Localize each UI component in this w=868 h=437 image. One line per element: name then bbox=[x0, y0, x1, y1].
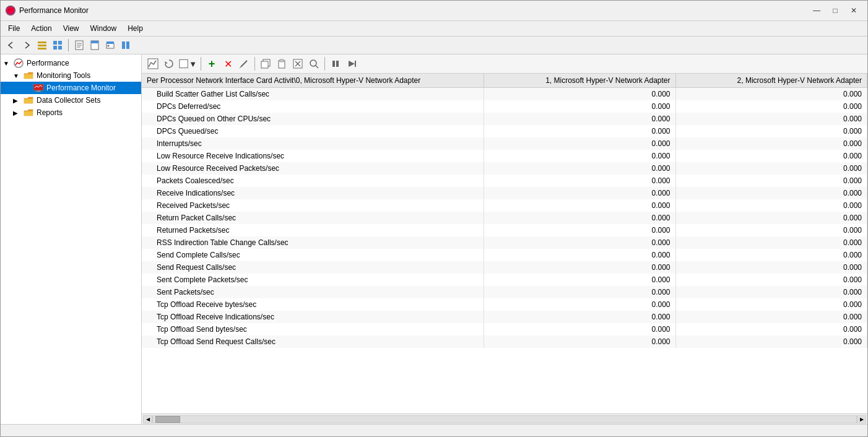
highlight-button[interactable] bbox=[237, 56, 251, 71]
column-header-2: 2, Microsoft Hyper-V Network Adapter bbox=[675, 74, 867, 88]
svg-marker-38 bbox=[349, 61, 355, 67]
properties-button[interactable] bbox=[103, 38, 117, 52]
maximize-button[interactable]: □ bbox=[827, 4, 844, 17]
scroll-right-arrow[interactable]: ▶ bbox=[857, 415, 866, 423]
col1-value: 0.000 bbox=[484, 113, 675, 125]
log-button[interactable] bbox=[88, 38, 102, 52]
copy-button[interactable] bbox=[258, 56, 273, 71]
remove-counter-button[interactable]: ✕ bbox=[220, 56, 235, 71]
back-button[interactable] bbox=[4, 38, 18, 52]
col1-value: 0.000 bbox=[484, 286, 675, 298]
table-row: Sent Complete Packets/sec 0.000 0.000 bbox=[142, 274, 867, 286]
svg-rect-4 bbox=[53, 41, 57, 45]
col1-value: 0.000 bbox=[484, 236, 675, 249]
sidebar-item-data-collector-sets[interactable]: ▶ Data Collector Sets bbox=[1, 94, 141, 106]
horizontal-scrollbar[interactable]: ◀ ▶ bbox=[142, 413, 867, 424]
arrow-monitoring-tools[interactable]: ▼ bbox=[13, 72, 23, 79]
show-tree-button[interactable] bbox=[35, 38, 49, 52]
col2-value: 0.000 bbox=[675, 100, 867, 113]
scrollbar-track[interactable] bbox=[152, 415, 857, 423]
col1-value: 0.000 bbox=[484, 187, 675, 199]
table-row: Tcp Offload Send Request Calls/sec 0.000… bbox=[142, 335, 867, 348]
run-button[interactable] bbox=[119, 38, 132, 52]
sidebar-item-label-data-collector: Data Collector Sets bbox=[37, 96, 100, 105]
counter-name: RSS Indirection Table Change Calls/sec bbox=[142, 236, 484, 249]
counter-name: DPCs Deferred/sec bbox=[142, 100, 484, 113]
table-row: Tcp Offload Receive Indications/sec 0.00… bbox=[142, 311, 867, 323]
title-bar: Performance Monitor — □ ✕ bbox=[1, 1, 867, 21]
sidebar-item-monitoring-tools[interactable]: ▼ Monitoring Tools bbox=[1, 69, 141, 82]
svg-line-35 bbox=[316, 66, 318, 68]
col1-value: 0.000 bbox=[484, 150, 675, 162]
arrow-reports[interactable]: ▶ bbox=[13, 110, 23, 116]
perf-sep-1 bbox=[201, 57, 201, 71]
report-button[interactable] bbox=[72, 38, 86, 52]
table-row: Received Packets/sec 0.000 0.000 bbox=[142, 199, 867, 212]
counter-name: Build Scatter Gather List Calls/sec bbox=[142, 88, 484, 101]
clear-button[interactable] bbox=[290, 56, 305, 71]
menu-view[interactable]: View bbox=[58, 22, 84, 35]
app-icon bbox=[6, 6, 15, 15]
sidebar-item-performance[interactable]: ▼ Performance bbox=[1, 57, 141, 69]
col2-value: 0.000 bbox=[675, 274, 867, 286]
perf-sep-3 bbox=[324, 57, 325, 71]
main-window: Performance Monitor — □ ✕ File Action Vi… bbox=[0, 0, 868, 437]
minimize-button[interactable]: — bbox=[808, 4, 825, 17]
menu-window[interactable]: Window bbox=[85, 22, 122, 35]
menu-action[interactable]: Action bbox=[26, 22, 56, 35]
table-row: Interrupts/sec 0.000 0.000 bbox=[142, 137, 867, 150]
menu-file[interactable]: File bbox=[3, 22, 25, 35]
col1-value: 0.000 bbox=[484, 212, 675, 224]
col2-value: 0.000 bbox=[675, 125, 867, 137]
table-row: Low Resource Received Packets/sec 0.000 … bbox=[142, 162, 867, 175]
scrollbar-thumb[interactable] bbox=[155, 416, 180, 423]
menu-help[interactable]: Help bbox=[123, 22, 148, 35]
counter-name: Tcp Offload Send Request Calls/sec bbox=[142, 335, 484, 348]
col1-value: 0.000 bbox=[484, 311, 675, 323]
svg-rect-7 bbox=[58, 46, 62, 50]
data-area[interactable]: Per Processor Network Interface Card Act… bbox=[142, 74, 867, 413]
scroll-left-arrow[interactable]: ◀ bbox=[143, 415, 152, 423]
svg-rect-2 bbox=[38, 45, 46, 46]
table-row: RSS Indirection Table Change Calls/sec 0… bbox=[142, 236, 867, 249]
arrow-performance[interactable]: ▼ bbox=[3, 60, 13, 67]
col1-value: 0.000 bbox=[484, 323, 675, 335]
paste-button[interactable] bbox=[274, 56, 289, 71]
refresh-button[interactable] bbox=[162, 56, 176, 71]
main-toolbar bbox=[1, 37, 867, 54]
col2-value: 0.000 bbox=[675, 335, 867, 348]
forward-button[interactable] bbox=[20, 38, 33, 52]
zoom-button[interactable] bbox=[306, 56, 321, 71]
folder-icon-monitoring bbox=[23, 71, 34, 80]
svg-rect-36 bbox=[332, 61, 335, 67]
options-button[interactable] bbox=[51, 38, 64, 52]
svg-point-34 bbox=[310, 60, 316, 66]
col1-value: 0.000 bbox=[484, 100, 675, 113]
close-button[interactable]: ✕ bbox=[845, 4, 862, 17]
table-row: Return Packet Calls/sec 0.000 0.000 bbox=[142, 212, 867, 224]
col2-value: 0.000 bbox=[675, 162, 867, 175]
add-counter-button[interactable]: + bbox=[204, 56, 219, 71]
window-title: Performance Monitor bbox=[19, 6, 89, 15]
svg-line-25 bbox=[241, 61, 247, 67]
sidebar-item-performance-monitor[interactable]: Performance Monitor bbox=[1, 82, 141, 94]
arrow-data-collector[interactable]: ▶ bbox=[13, 97, 23, 104]
col1-value: 0.000 bbox=[484, 125, 675, 137]
table-row: Send Complete Calls/sec 0.000 0.000 bbox=[142, 249, 867, 261]
pause-button[interactable] bbox=[328, 56, 343, 71]
toolbar-separator-1 bbox=[68, 39, 69, 51]
column-header-counter: Per Processor Network Interface Card Act… bbox=[142, 74, 484, 88]
col2-value: 0.000 bbox=[675, 137, 867, 150]
col1-value: 0.000 bbox=[484, 274, 675, 286]
resume-button[interactable] bbox=[344, 56, 359, 71]
col2-value: 0.000 bbox=[675, 212, 867, 224]
view-dropdown-button[interactable]: ▼ bbox=[178, 56, 197, 71]
counter-name: Tcp Offload Receive Indications/sec bbox=[142, 311, 484, 323]
col1-value: 0.000 bbox=[484, 224, 675, 236]
sidebar-item-reports[interactable]: ▶ Reports bbox=[1, 106, 141, 119]
counter-name: Receive Indications/sec bbox=[142, 187, 484, 199]
col2-value: 0.000 bbox=[675, 249, 867, 261]
counter-name: DPCs Queued/sec bbox=[142, 125, 484, 137]
change-graph-button[interactable] bbox=[145, 56, 160, 71]
menu-bar: File Action View Window Help bbox=[1, 21, 867, 37]
